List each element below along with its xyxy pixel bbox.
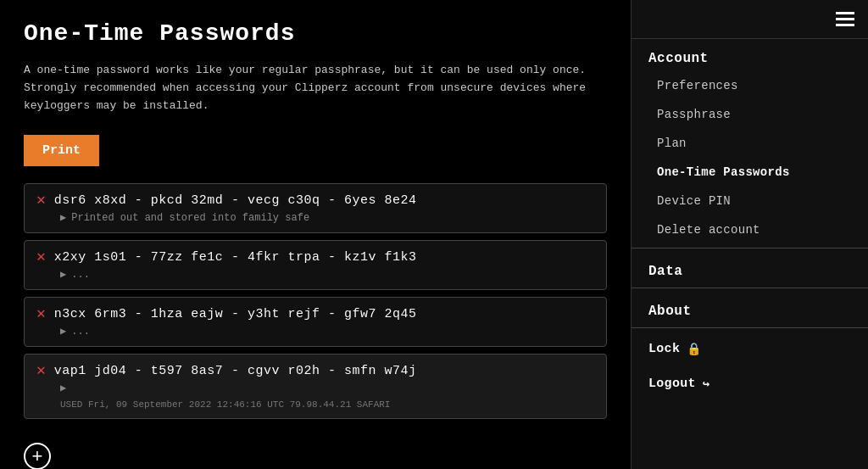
hamburger-line-3 [836, 24, 854, 26]
password-row: ✕x2xy 1s01 - 77zz fe1c - 4fkr trpa - kz1… [36, 249, 594, 265]
sidebar-divider [632, 288, 868, 288]
plus-icon: + [32, 447, 43, 466]
hamburger-menu[interactable] [836, 12, 854, 26]
sidebar-nav: AccountPreferencesPassphrasePlanOne-Time… [632, 39, 868, 469]
sidebar-item-delete-account[interactable]: Delete account [632, 215, 868, 244]
note-icon: ▶ [60, 211, 66, 224]
otp-note-row: ▶... [36, 325, 594, 338]
otp-note-row: ▶Printed out and stored into family safe [36, 211, 594, 224]
lock-button[interactable]: Lock🔒 [632, 332, 868, 366]
otp-item: ✕dsr6 x8xd - pkcd 32md - vecg c30q - 6ye… [24, 183, 607, 233]
otp-used-row: ▶ [36, 382, 594, 394]
remove-otp-icon[interactable]: ✕ [36, 306, 46, 321]
otp-used-info: USED Fri, 09 September 2022 12:46:16 UTC… [36, 399, 594, 410]
page-title: One-Time Passwords [24, 20, 607, 47]
main-content: One-Time Passwords A one-time password w… [0, 0, 631, 469]
logout-label: Logout [648, 377, 696, 391]
password-row: ✕vap1 jd04 - t597 8as7 - cgvv r02h - smf… [36, 363, 594, 378]
otp-text: n3cx 6rm3 - 1hza eajw - y3ht rejf - gfw7… [54, 307, 417, 321]
sidebar-header [632, 0, 868, 39]
remove-otp-icon[interactable]: ✕ [36, 363, 46, 378]
note-icon: ▶ [60, 325, 66, 338]
otp-item: ✕vap1 jd04 - t597 8as7 - cgvv r02h - smf… [24, 354, 607, 419]
remove-otp-icon[interactable]: ✕ [36, 249, 46, 265]
add-otp-button[interactable]: + [24, 443, 51, 469]
logout-icon: ↪ [703, 377, 710, 391]
sidebar-section-account[interactable]: Account [632, 39, 868, 71]
toggle-icon: ▶ [60, 382, 66, 394]
sidebar-item-one-time-passwords[interactable]: One-Time Passwords [632, 158, 868, 187]
sidebar-section-data[interactable]: Data [632, 252, 868, 284]
otp-text: x2xy 1s01 - 77zz fe1c - 4fkr trpa - kz1v… [54, 250, 417, 265]
print-button[interactable]: Print [24, 135, 99, 166]
otp-text: vap1 jd04 - t597 8as7 - cgvv r02h - smfn… [54, 364, 417, 378]
sidebar-item-passphrase[interactable]: Passphrase [632, 100, 868, 129]
sidebar-item-plan[interactable]: Plan [632, 129, 868, 158]
sidebar: AccountPreferencesPassphrasePlanOne-Time… [631, 0, 868, 469]
lock-label: Lock [648, 342, 680, 356]
logout-button[interactable]: Logout↪ [632, 366, 868, 401]
sidebar-divider [632, 327, 868, 328]
hamburger-line-1 [836, 12, 854, 14]
page-description: A one-time password works like your regu… [24, 62, 607, 114]
otp-text: dsr6 x8xd - pkcd 32md - vecg c30q - 6yes… [54, 193, 417, 208]
sidebar-section-about[interactable]: About [632, 292, 868, 324]
otp-item: ✕n3cx 6rm3 - 1hza eajw - y3ht rejf - gfw… [24, 297, 607, 347]
password-row: ✕n3cx 6rm3 - 1hza eajw - y3ht rejf - gfw… [36, 306, 594, 321]
hamburger-line-2 [836, 18, 854, 20]
remove-otp-icon[interactable]: ✕ [36, 193, 46, 208]
password-row: ✕dsr6 x8xd - pkcd 32md - vecg c30q - 6ye… [36, 193, 594, 208]
sidebar-item-preferences[interactable]: Preferences [632, 71, 868, 100]
otp-note-text: ... [71, 326, 90, 338]
sidebar-divider [632, 248, 868, 248]
otp-note-text: Printed out and stored into family safe [71, 212, 309, 224]
sidebar-item-device-pin[interactable]: Device PIN [632, 187, 868, 215]
note-icon: ▶ [60, 268, 66, 281]
otp-note-text: ... [71, 269, 90, 281]
lock-icon: 🔒 [687, 342, 701, 356]
otp-item: ✕x2xy 1s01 - 77zz fe1c - 4fkr trpa - kz1… [24, 240, 607, 290]
password-list: ✕dsr6 x8xd - pkcd 32md - vecg c30q - 6ye… [24, 183, 607, 426]
otp-note-row: ▶... [36, 268, 594, 281]
